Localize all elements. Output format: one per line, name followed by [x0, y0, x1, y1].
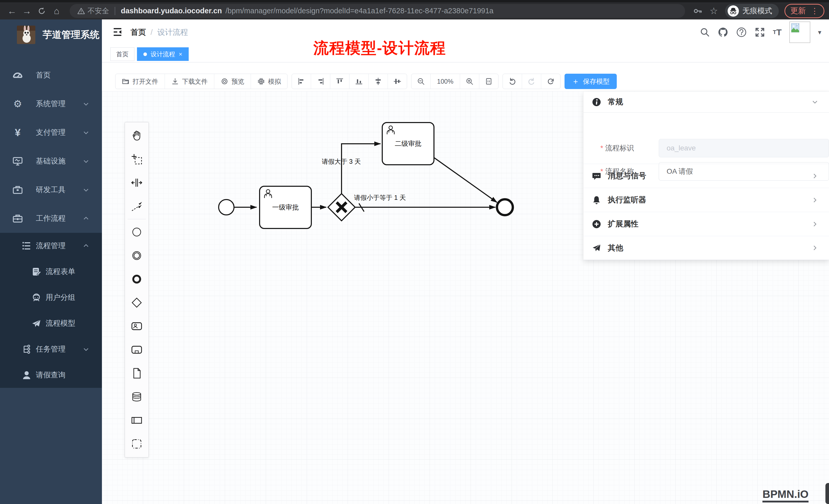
- browser-menu-icon[interactable]: ⋮: [811, 6, 819, 15]
- sidebar-item-devtools[interactable]: 研发工具: [0, 176, 102, 204]
- breadcrumb-home[interactable]: 首页: [131, 27, 146, 38]
- gateway-icon: [131, 297, 143, 309]
- sidebar-item-workflow[interactable]: 工作流程: [0, 204, 102, 233]
- user-task-level2[interactable]: 二级审批: [382, 122, 434, 165]
- zoom-reset-button[interactable]: [479, 74, 498, 89]
- panel-section-listeners[interactable]: 执行监听器: [583, 188, 829, 212]
- global-connect-tool[interactable]: [125, 194, 148, 218]
- browser-back-button[interactable]: ←: [5, 4, 20, 18]
- align-bottom-button[interactable]: [349, 74, 368, 89]
- reload-icon: [37, 7, 46, 15]
- restart-button[interactable]: [541, 74, 560, 89]
- sidebar-item-process-mgmt[interactable]: 流程管理: [0, 233, 102, 259]
- sidebar-item-process-form[interactable]: 流程表单: [0, 259, 102, 284]
- preview-button[interactable]: 预览: [214, 74, 251, 89]
- lasso-tool[interactable]: [125, 147, 148, 171]
- align-right-button[interactable]: [311, 74, 330, 89]
- not-secure-badge[interactable]: 不安全: [77, 6, 109, 16]
- help-icon[interactable]: [736, 27, 747, 38]
- exclusive-gateway[interactable]: [328, 194, 355, 221]
- sidebar-item-payment[interactable]: ¥ 支付管理: [0, 118, 102, 147]
- create-gateway[interactable]: [125, 291, 148, 314]
- end-event[interactable]: [497, 199, 513, 215]
- panel-section-other[interactable]: 其他: [583, 236, 829, 260]
- flow-task2-to-end[interactable]: [434, 158, 497, 202]
- browser-forward-button[interactable]: →: [20, 4, 34, 18]
- create-user-task[interactable]: [125, 314, 148, 338]
- panel-section-general[interactable]: 常规: [583, 91, 829, 113]
- zoom-in-button[interactable]: [460, 74, 479, 89]
- hand-tool[interactable]: [125, 124, 148, 147]
- browser-home-button[interactable]: ⌂: [49, 4, 64, 18]
- sidebar-item-process-model[interactable]: 流程模型: [0, 310, 102, 336]
- download-file-button[interactable]: 下载文件: [165, 74, 214, 89]
- avatar-dropdown-caret[interactable]: ▾: [818, 28, 821, 36]
- sidebar-item-user-group[interactable]: 用户分组: [0, 284, 102, 310]
- address-bar[interactable]: 不安全 dashboard.yudao.iocoder.cn/bpm/manag…: [70, 4, 685, 18]
- browser-update-button[interactable]: 更新 ⋮: [785, 4, 824, 18]
- password-key-icon[interactable]: [693, 6, 702, 16]
- panel-section-extensions[interactable]: 扩展属性: [583, 212, 829, 236]
- sidebar-item-task-mgmt[interactable]: 任务管理: [0, 336, 102, 362]
- main-area: 首页 / 设计流程 TT: [102, 20, 829, 504]
- create-participant[interactable]: [125, 409, 148, 432]
- sidebar-item-infra[interactable]: 基础设施: [0, 147, 102, 176]
- screenshot-annotation: 流程模型-设计流程: [313, 38, 446, 59]
- tab-home[interactable]: 首页: [110, 47, 135, 61]
- sidebar-item-label: 流程管理: [36, 241, 66, 251]
- align-left-button[interactable]: [292, 74, 311, 89]
- create-data-object[interactable]: [125, 361, 148, 385]
- required-mark: *: [600, 144, 603, 152]
- zoom-out-button[interactable]: [411, 74, 430, 89]
- zoom-level-value: 100%: [437, 78, 454, 85]
- flow-gateway-to-task2[interactable]: [341, 144, 381, 194]
- create-start-event[interactable]: [125, 220, 148, 244]
- fullscreen-icon[interactable]: [755, 27, 765, 38]
- bpmn-io-watermark[interactable]: BPMN.iO: [762, 488, 808, 502]
- undo-button[interactable]: [503, 74, 522, 89]
- process-key-input[interactable]: [659, 139, 829, 157]
- start-event[interactable]: [219, 200, 234, 215]
- font-size-icon[interactable]: TT: [773, 27, 782, 37]
- browser-reload-button[interactable]: [34, 4, 49, 18]
- app-logo-row[interactable]: 芋道管理系统: [0, 20, 102, 50]
- create-intermediate-event[interactable]: [125, 244, 148, 267]
- github-icon[interactable]: [718, 27, 728, 38]
- incognito-label: 无痕模式: [743, 6, 772, 16]
- sidebar-item-home[interactable]: 首页: [0, 61, 102, 89]
- align-center-vertical-button[interactable]: [388, 74, 407, 89]
- search-icon[interactable]: [700, 27, 710, 37]
- align-center-horizontal-button[interactable]: [368, 74, 388, 89]
- yen-icon: ¥: [12, 127, 24, 139]
- sidebar-item-label: 任务管理: [36, 344, 66, 354]
- bpmn-canvas[interactable]: 一级审批 二级审批 请假大于 3 天 请假小于等于 1 天: [102, 91, 829, 504]
- start-event-icon: [131, 226, 143, 238]
- data-object-icon: [131, 367, 143, 379]
- download-file-label: 下载文件: [182, 77, 208, 86]
- create-group[interactable]: [125, 432, 148, 456]
- create-data-store[interactable]: [125, 385, 148, 409]
- redo-button[interactable]: [522, 74, 541, 89]
- sidebar-item-label: 支付管理: [36, 127, 66, 138]
- align-top-button[interactable]: [330, 74, 349, 89]
- panel-section-messages[interactable]: 消息与信号: [583, 164, 829, 188]
- bookmark-star-icon[interactable]: ☆: [708, 4, 719, 18]
- close-icon[interactable]: ×: [179, 51, 182, 58]
- scrollbar-thumb[interactable]: [825, 483, 829, 504]
- sidebar-collapse-button[interactable]: [112, 26, 123, 38]
- condition-label-gt3[interactable]: 请假大于 3 天: [322, 158, 361, 165]
- simulate-button[interactable]: 模拟: [251, 74, 287, 89]
- open-file-button[interactable]: 打开文件: [115, 74, 165, 89]
- tab-design-process[interactable]: 设计流程 ×: [137, 47, 189, 61]
- space-tool[interactable]: [125, 171, 148, 194]
- sidebar-item-leave-query[interactable]: 请假查询: [0, 362, 102, 388]
- sidebar-item-system[interactable]: ⚙ 系统管理: [0, 89, 102, 118]
- preview-icon: [221, 78, 228, 85]
- user-task-level1[interactable]: 一级审批: [260, 186, 311, 228]
- save-model-button[interactable]: ＋ 保存模型: [565, 74, 617, 89]
- avatar[interactable]: [789, 22, 810, 43]
- zoom-level: 100%: [430, 74, 460, 89]
- create-end-event[interactable]: [125, 267, 148, 291]
- create-subprocess[interactable]: [125, 338, 148, 361]
- condition-label-le1[interactable]: 请假小于等于 1 天: [354, 194, 406, 201]
